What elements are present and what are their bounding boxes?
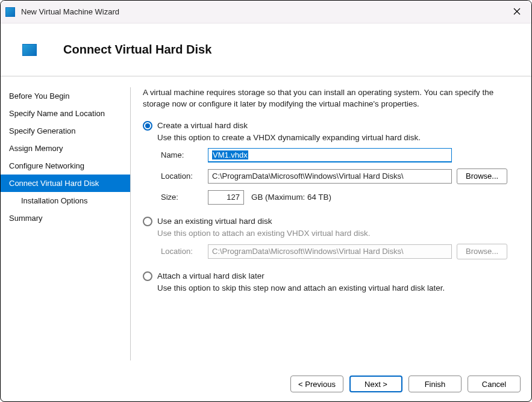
wizard-footer: < Previous Next > Finish Cancel bbox=[1, 366, 531, 401]
wizard-content: A virtual machine requires storage so th… bbox=[131, 76, 531, 366]
previous-button[interactable]: < Previous bbox=[290, 376, 343, 392]
location-input-2: C:\ProgramData\Microsoft\Windows\Virtual… bbox=[208, 244, 452, 259]
radio-label: Attach a virtual hard disk later bbox=[157, 271, 264, 280]
location-label: Location: bbox=[161, 172, 203, 181]
radio-icon bbox=[143, 217, 152, 226]
size-label: Size: bbox=[161, 193, 203, 202]
intro-text: A virtual machine requires storage so th… bbox=[143, 87, 516, 110]
size-input[interactable]: 127 bbox=[208, 190, 244, 205]
radio-attach-later[interactable]: Attach a virtual hard disk later bbox=[143, 271, 519, 281]
sidebar-step-1[interactable]: Specify Name and Location bbox=[1, 105, 130, 122]
cancel-button[interactable]: Cancel bbox=[468, 376, 521, 392]
radio-existing-vhd[interactable]: Use an existing virtual hard disk bbox=[143, 217, 519, 226]
radio-label: Create a virtual hard disk bbox=[157, 121, 248, 130]
option-attach-later: Attach a virtual hard disk later Use thi… bbox=[143, 271, 519, 292]
sidebar-step-6[interactable]: Installation Options bbox=[1, 192, 130, 209]
option-desc: Use this option to skip this step now an… bbox=[157, 283, 519, 292]
sidebar-step-5[interactable]: Connect Virtual Hard Disk bbox=[1, 175, 130, 192]
app-icon bbox=[5, 7, 15, 17]
radio-label: Use an existing virtual hard disk bbox=[157, 217, 272, 226]
window-title: New Virtual Machine Wizard bbox=[21, 7, 119, 16]
location-input[interactable]: C:\ProgramData\Microsoft\Windows\Virtual… bbox=[208, 169, 452, 184]
page-title: Connect Virtual Hard Disk bbox=[63, 43, 211, 57]
radio-icon bbox=[143, 271, 152, 281]
size-suffix: GB (Maximum: 64 TB) bbox=[251, 193, 331, 202]
close-button[interactable] bbox=[511, 5, 523, 17]
next-button[interactable]: Next > bbox=[349, 376, 402, 392]
finish-button[interactable]: Finish bbox=[408, 376, 462, 392]
wizard-header-icon bbox=[22, 44, 37, 56]
wizard-body: Before You BeginSpecify Name and Locatio… bbox=[1, 76, 531, 366]
browse-button[interactable]: Browse... bbox=[457, 169, 507, 184]
browse-button-2: Browse... bbox=[457, 244, 507, 259]
name-label: Name: bbox=[161, 150, 203, 159]
location-label-2: Location: bbox=[161, 247, 203, 256]
radio-create-vhd[interactable]: Create a virtual hard disk bbox=[143, 121, 519, 131]
option-create-vhd: Create a virtual hard disk Use this opti… bbox=[143, 121, 519, 205]
sidebar-step-3[interactable]: Assign Memory bbox=[1, 140, 130, 157]
sidebar-step-4[interactable]: Configure Networking bbox=[1, 157, 130, 175]
wizard-sidebar: Before You BeginSpecify Name and Locatio… bbox=[1, 76, 130, 366]
name-input[interactable]: VM1.vhdx bbox=[208, 148, 452, 162]
radio-icon bbox=[143, 121, 152, 131]
sidebar-step-0[interactable]: Before You Begin bbox=[1, 87, 130, 105]
sidebar-step-2[interactable]: Specify Generation bbox=[1, 122, 130, 140]
wizard-header: Connect Virtual Hard Disk bbox=[1, 23, 531, 76]
option-existing-vhd: Use an existing virtual hard disk Use th… bbox=[143, 217, 519, 259]
sidebar-step-7[interactable]: Summary bbox=[1, 209, 130, 227]
close-icon bbox=[513, 8, 521, 15]
titlebar: New Virtual Machine Wizard bbox=[1, 1, 531, 23]
option-desc: Use this option to attach an existing VH… bbox=[157, 229, 519, 238]
option-desc: Use this option to create a VHDX dynamic… bbox=[157, 133, 519, 142]
